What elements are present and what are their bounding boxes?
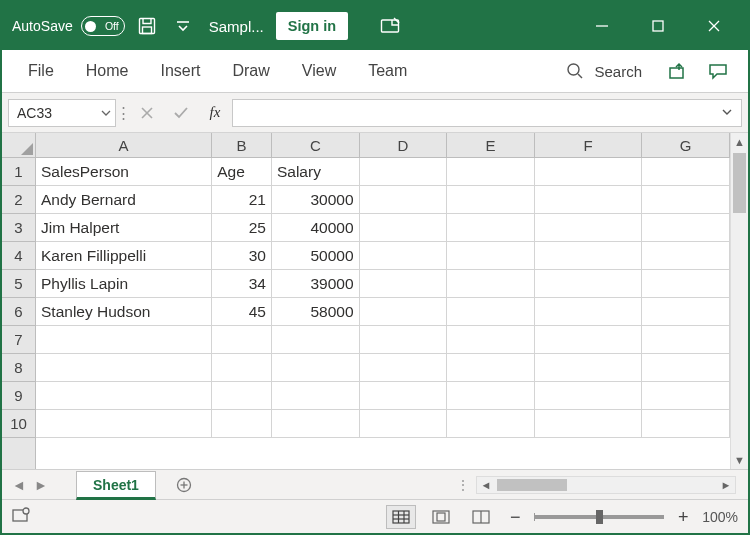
horizontal-scrollbar[interactable]: ◄ ►	[476, 476, 736, 494]
cell[interactable]	[447, 186, 535, 214]
cell[interactable]	[212, 354, 272, 382]
scroll-down-icon[interactable]: ▼	[731, 451, 748, 469]
cell[interactable]	[642, 382, 730, 410]
zoom-slider[interactable]	[534, 515, 664, 519]
cell[interactable]	[36, 410, 212, 438]
cell-a4[interactable]: Karen Fillippelli	[36, 242, 212, 270]
cell[interactable]	[360, 158, 448, 186]
cell-a2[interactable]: Andy Bernard	[36, 186, 212, 214]
cell[interactable]	[360, 270, 448, 298]
zoom-out-button[interactable]: −	[506, 508, 524, 526]
row-header-1[interactable]: 1	[2, 158, 35, 186]
cell[interactable]	[535, 270, 643, 298]
cell-c2[interactable]: 30000	[272, 186, 360, 214]
cell-b6[interactable]: 45	[212, 298, 272, 326]
cell[interactable]	[360, 326, 448, 354]
cell[interactable]	[360, 354, 448, 382]
zoom-slider-thumb[interactable]	[596, 510, 603, 524]
cell-a6[interactable]: Stanley Hudson	[36, 298, 212, 326]
comments-icon[interactable]	[700, 55, 736, 87]
cell[interactable]	[36, 326, 212, 354]
row-header-4[interactable]: 4	[2, 242, 35, 270]
cancel-formula-button[interactable]	[130, 99, 164, 127]
vertical-scrollbar[interactable]: ▲ ▼	[730, 133, 748, 469]
cell-a5[interactable]: Phyllis Lapin	[36, 270, 212, 298]
cell[interactable]	[535, 382, 643, 410]
row-header-6[interactable]: 6	[2, 298, 35, 326]
cell[interactable]	[535, 186, 643, 214]
page-break-view-button[interactable]	[466, 505, 496, 529]
cell[interactable]	[212, 382, 272, 410]
cell[interactable]	[212, 410, 272, 438]
cells[interactable]: SalesPerson Age Salary Andy Bernard 21 3…	[36, 158, 730, 469]
ribbon-display-options-icon[interactable]	[376, 12, 404, 40]
close-button[interactable]	[686, 6, 742, 46]
cell[interactable]	[360, 410, 448, 438]
resize-handle[interactable]: ⋮	[116, 104, 130, 122]
cell[interactable]	[272, 410, 360, 438]
save-icon[interactable]	[133, 12, 161, 40]
autosave-control[interactable]: AutoSave Off	[12, 16, 125, 36]
cell[interactable]	[535, 242, 643, 270]
cell[interactable]	[447, 354, 535, 382]
formula-input[interactable]	[232, 99, 742, 127]
cell-b2[interactable]: 21	[212, 186, 272, 214]
row-header-3[interactable]: 3	[2, 214, 35, 242]
cell[interactable]	[360, 298, 448, 326]
cell[interactable]	[642, 270, 730, 298]
cell[interactable]	[447, 298, 535, 326]
scroll-up-icon[interactable]: ▲	[731, 133, 748, 151]
col-header-b[interactable]: B	[212, 133, 272, 157]
col-header-f[interactable]: F	[535, 133, 643, 157]
sheet-nav-prev[interactable]: ◄	[8, 474, 30, 496]
col-header-a[interactable]: A	[36, 133, 212, 157]
maximize-button[interactable]	[630, 6, 686, 46]
cell-b4[interactable]: 30	[212, 242, 272, 270]
sheet-nav-next[interactable]: ►	[30, 474, 52, 496]
add-sheet-button[interactable]	[170, 471, 198, 499]
cell[interactable]	[535, 298, 643, 326]
cell[interactable]	[36, 354, 212, 382]
cell[interactable]	[36, 382, 212, 410]
enter-formula-button[interactable]	[164, 99, 198, 127]
cell[interactable]	[272, 354, 360, 382]
search-button[interactable]: Search	[552, 62, 656, 80]
cell[interactable]	[447, 214, 535, 242]
cell[interactable]	[535, 158, 643, 186]
row-header-8[interactable]: 8	[2, 354, 35, 382]
tab-insert[interactable]: Insert	[146, 50, 214, 92]
cell[interactable]	[642, 214, 730, 242]
cell[interactable]	[642, 298, 730, 326]
chevron-down-icon[interactable]	[101, 105, 111, 121]
cell[interactable]	[447, 382, 535, 410]
cell-a1[interactable]: SalesPerson	[36, 158, 212, 186]
cell[interactable]	[447, 326, 535, 354]
cell[interactable]	[447, 410, 535, 438]
name-box[interactable]: AC33	[8, 99, 116, 127]
cell-b3[interactable]: 25	[212, 214, 272, 242]
zoom-level[interactable]: 100%	[702, 509, 738, 525]
cell[interactable]	[447, 242, 535, 270]
cell[interactable]	[535, 326, 643, 354]
cell[interactable]	[212, 326, 272, 354]
cell[interactable]	[360, 382, 448, 410]
scroll-right-icon[interactable]: ►	[717, 479, 735, 491]
cell-c5[interactable]: 39000	[272, 270, 360, 298]
macro-record-icon[interactable]	[12, 507, 32, 526]
cell[interactable]	[272, 326, 360, 354]
customize-qat-icon[interactable]	[169, 12, 197, 40]
cell-a3[interactable]: Jim Halpert	[36, 214, 212, 242]
cell[interactable]	[447, 270, 535, 298]
cell[interactable]	[360, 214, 448, 242]
insert-function-button[interactable]: fx	[198, 104, 232, 121]
page-layout-view-button[interactable]	[426, 505, 456, 529]
cell[interactable]	[642, 186, 730, 214]
scroll-left-icon[interactable]: ◄	[477, 479, 495, 491]
sign-in-button[interactable]: Sign in	[276, 12, 348, 40]
col-header-g[interactable]: G	[642, 133, 730, 157]
cell-c3[interactable]: 40000	[272, 214, 360, 242]
cell-c6[interactable]: 58000	[272, 298, 360, 326]
select-all-corner[interactable]	[2, 133, 36, 158]
cell[interactable]	[642, 326, 730, 354]
row-header-7[interactable]: 7	[2, 326, 35, 354]
